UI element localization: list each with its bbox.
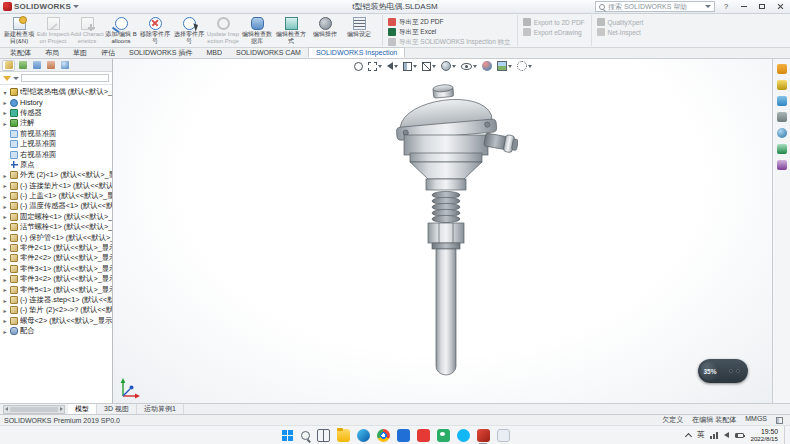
tree-expand-arrow-icon[interactable]: ▸: [2, 255, 8, 262]
file-explorer-icon[interactable]: [337, 429, 350, 442]
tree-expand-arrow-icon[interactable]: ▸: [2, 182, 8, 189]
document-tab[interactable]: 3D 视图: [97, 404, 137, 415]
ribbon-export-button[interactable]: 导出至 SOLIDWORKS Inspection 独立: [388, 38, 511, 46]
custom-properties-icon[interactable]: [777, 144, 787, 154]
tree-item[interactable]: ▸ 零件3<2> (默认<<默认>_显示状态: [2, 274, 112, 284]
ribbon-export-button[interactable]: Export to 2D PDF: [523, 18, 585, 26]
tree-item[interactable]: ▸ 零件5<1> (默认<<默认>_显示状态: [2, 284, 112, 294]
tree-expand-arrow-icon[interactable]: ▾: [2, 89, 8, 96]
tree-expand-arrow-icon[interactable]: ▸: [2, 213, 8, 220]
battery-icon[interactable]: [735, 433, 744, 438]
command-tab[interactable]: SOLIDWORKS Inspection: [308, 47, 405, 58]
ribbon-export-button[interactable]: 导出至 Excel: [388, 28, 511, 36]
tree-item[interactable]: ▸ (-) 垫片 (2)<2>->? (默认<<默认>: [2, 305, 112, 315]
tree-item[interactable]: ▾ t型铠装热电偶 (默认<默认>_显示状态-1): [2, 87, 112, 97]
edit-appearance-button[interactable]: [482, 61, 492, 71]
tree-filter-input[interactable]: [21, 74, 109, 82]
tree-expand-arrow-icon[interactable]: ▸: [2, 265, 8, 272]
design-library-icon[interactable]: [777, 80, 787, 90]
scroll-left-icon[interactable]: [5, 407, 8, 411]
tree-item[interactable]: ▸ 外壳 (2)<1> (默认<<默认>_显示状...: [2, 170, 112, 180]
hidden-icons-chevron-icon[interactable]: [685, 432, 692, 439]
qq-icon[interactable]: [457, 429, 470, 442]
tree-item[interactable]: ▸ 零件2<2> (默认<<默认>_显示状态: [2, 253, 112, 263]
filter-dropdown-icon[interactable]: [13, 77, 19, 80]
tree-expand-arrow-icon[interactable]: ▸: [2, 172, 8, 179]
units-grid-icon[interactable]: [776, 417, 783, 424]
tree-item[interactable]: ▸ 零件2<1> (默认<<默认>_显示状态: [2, 243, 112, 253]
floating-assistant-widget[interactable]: 35%: [698, 359, 748, 383]
command-tab[interactable]: SOLIDWORKS 插件: [122, 47, 199, 58]
tree-item[interactable]: ▸ 传感器: [2, 108, 112, 118]
propertymanager-tab[interactable]: [16, 60, 29, 71]
ribbon-button[interactable]: 添加/编辑 Balloons: [104, 15, 138, 46]
configurationmanager-tab[interactable]: [30, 60, 43, 71]
network-icon[interactable]: [710, 432, 718, 439]
red-app-icon[interactable]: [417, 429, 430, 442]
tree-item[interactable]: ▸ 固定螺栓<1> (默认<<默认>_显示...: [2, 212, 112, 222]
tree-expand-arrow-icon[interactable]: ▸: [2, 99, 8, 106]
tree-item[interactable]: ▸ 零件3<1> (默认<<默认>_显示状态: [2, 264, 112, 274]
section-view-button[interactable]: [403, 62, 417, 71]
view-orientation-button[interactable]: [422, 62, 436, 71]
solidworks-taskbar-icon[interactable]: [477, 429, 490, 442]
ribbon-export-button[interactable]: Net-Inspect: [597, 28, 644, 36]
ribbon-button[interactable]: 编辑操作: [308, 15, 342, 46]
clock[interactable]: 19:50 2022/8/15: [750, 428, 778, 442]
tree-item[interactable]: ▸ 螺母<2> (默认<<默认>_显示状态: [2, 316, 112, 326]
tree-expand-arrow-icon[interactable]: ▸: [2, 234, 8, 241]
tree-expand-arrow-icon[interactable]: ▸: [2, 328, 8, 335]
thermocouple-3d-model[interactable]: [388, 83, 518, 383]
command-tab[interactable]: 装配体: [3, 47, 38, 58]
task-view-button[interactable]: [317, 429, 330, 442]
featuremanager-tab[interactable]: [2, 60, 15, 71]
tree-expand-arrow-icon[interactable]: ▸: [2, 317, 8, 324]
tree-item[interactable]: 右视基准面: [2, 149, 112, 159]
display-style-button[interactable]: [441, 61, 456, 71]
scroll-right-icon[interactable]: [60, 407, 63, 411]
search-box[interactable]: 搜索 SOLIDWORKS 帮助: [595, 1, 715, 12]
appearances-icon[interactable]: [777, 128, 787, 138]
scrollbar-thumb[interactable]: [10, 407, 58, 412]
tree-item[interactable]: ▸ 注解: [2, 118, 112, 128]
command-tab[interactable]: 评估: [94, 47, 122, 58]
tree-expand-arrow-icon[interactable]: ▸: [2, 193, 8, 200]
maximize-button[interactable]: [755, 1, 769, 12]
apply-scene-button[interactable]: [497, 61, 512, 71]
start-button[interactable]: [281, 429, 294, 442]
ribbon-button[interactable]: 新建检查项目(&N): [2, 15, 36, 46]
show-desktop-button[interactable]: [784, 426, 787, 444]
command-tab[interactable]: MBD: [199, 47, 229, 58]
tree-expand-arrow-icon[interactable]: ▸: [2, 109, 8, 116]
tree-expand-arrow-icon[interactable]: ▸: [2, 245, 8, 252]
ribbon-button[interactable]: Update Inspection Project: [206, 15, 240, 46]
document-tab[interactable]: 运动算例1: [137, 404, 184, 415]
tree-expand-arrow-icon[interactable]: ▸: [2, 307, 8, 314]
widget-dot-icon[interactable]: [736, 369, 740, 373]
wechat-icon[interactable]: [437, 429, 450, 442]
ribbon-button[interactable]: 选择零件序号: [172, 15, 206, 46]
tree-expand-arrow-icon[interactable]: ▸: [2, 224, 8, 231]
file-explorer-pane-icon[interactable]: [777, 96, 787, 106]
zoom-to-area-button[interactable]: [368, 62, 382, 71]
command-tab[interactable]: 草图: [66, 47, 94, 58]
minimize-button[interactable]: [737, 1, 751, 12]
ribbon-button[interactable]: Edit Inspection Project: [36, 15, 70, 46]
ribbon-button[interactable]: 移除零件序号: [138, 15, 172, 46]
volume-icon[interactable]: [724, 432, 729, 438]
tree-expand-arrow-icon[interactable]: ▸: [2, 297, 8, 304]
wps-icon[interactable]: [497, 429, 510, 442]
tree-expand-arrow-icon[interactable]: ▸: [2, 276, 8, 283]
tree-expand-arrow-icon[interactable]: ▸: [2, 203, 8, 210]
previous-view-button[interactable]: [387, 62, 398, 70]
tree-item[interactable]: ▸ (-) 上盖<1> (默认<<默认>_显示状...: [2, 191, 112, 201]
widget-dot-icon[interactable]: [729, 369, 733, 373]
command-tab[interactable]: SOLIDWORKS CAM: [229, 47, 308, 58]
help-button[interactable]: ?: [719, 1, 733, 12]
ribbon-button[interactable]: 编辑设定: [342, 15, 376, 46]
tree-item[interactable]: 前视基准面: [2, 129, 112, 139]
ribbon-export-button[interactable]: QualityXpert: [597, 18, 644, 26]
ribbon-export-button[interactable]: Export eDrawing: [523, 28, 585, 36]
tree-item[interactable]: ▸ History: [2, 97, 112, 107]
file-menu-arrow-icon[interactable]: [73, 5, 79, 8]
